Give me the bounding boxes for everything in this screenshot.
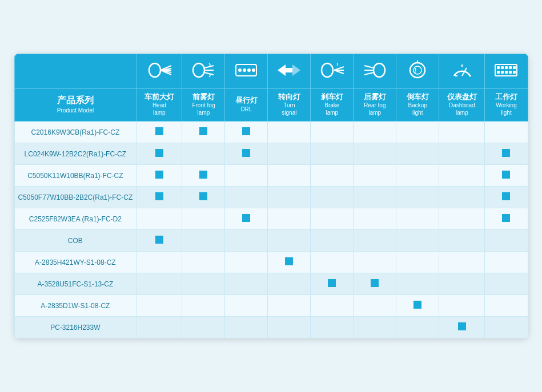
drl-zh: 昼行灯 — [227, 96, 265, 106]
brake-text-header: 刹车灯 Brake lamp — [311, 88, 354, 122]
drl-cell — [225, 230, 268, 252]
rearfog-cell — [354, 273, 396, 295]
backup-cell — [396, 295, 439, 317]
foglight-zh: 前雾灯 — [184, 92, 222, 102]
work-cell — [485, 165, 528, 187]
rearfog-cell — [354, 208, 396, 230]
backup-cell — [396, 230, 439, 252]
feature-dot — [199, 171, 207, 179]
headlamp-icon — [147, 60, 172, 80]
svg-point-26 — [410, 63, 425, 78]
svg-text:!: ! — [415, 67, 416, 74]
foglight-icon-header — [182, 54, 225, 88]
icon-header-row: ! ! — [14, 54, 528, 88]
dashboard-icon — [449, 60, 475, 80]
work-cell — [485, 273, 528, 295]
feature-dot — [502, 149, 510, 157]
feature-dot — [502, 214, 510, 222]
brake-cell — [311, 208, 354, 230]
dashboard-en1: Dashboad — [441, 102, 482, 109]
svg-rect-44 — [513, 71, 516, 74]
turn-text-header: 转向灯 Turn signal — [268, 88, 311, 122]
feature-dot — [155, 171, 163, 179]
feature-dot — [458, 322, 466, 330]
work-cell — [485, 252, 528, 273]
svg-rect-40 — [497, 71, 500, 74]
svg-rect-38 — [509, 66, 512, 69]
turn-cell — [268, 187, 311, 208]
rearfog-zh: 后雾灯 — [356, 92, 394, 102]
rearfog-cell — [354, 143, 396, 165]
turn-cell — [268, 295, 311, 317]
table-row: C5050F77W10BB-2B2C(Ra1)-FC-CZ — [14, 187, 528, 208]
product-name-cell: A-3528U51FC-S1-13-CZ — [14, 273, 136, 295]
table-row: C5050K11W10BB(Ra1)-FC-CZ — [14, 165, 528, 187]
brake-lamp-icon-header: ! — [311, 54, 354, 88]
product-col-icon-header — [14, 54, 136, 88]
foglight-text-header: 前雾灯 Front fog lamp — [182, 88, 225, 122]
dash-cell — [439, 252, 485, 273]
drl-cell — [225, 122, 268, 143]
rearfog-cell — [354, 252, 396, 273]
head-cell — [136, 187, 182, 208]
rearfog-cell — [354, 295, 396, 317]
rearfog-icon-header — [354, 54, 396, 88]
dash-cell — [439, 208, 485, 230]
feature-dot — [155, 236, 163, 244]
svg-point-17 — [322, 63, 333, 77]
dash-cell — [439, 230, 485, 252]
svg-point-0 — [149, 63, 160, 77]
work-cell — [485, 208, 528, 230]
headlamp-en2: lamp — [139, 109, 179, 116]
feature-dot — [242, 127, 250, 135]
drl-en1: DRL — [227, 106, 265, 113]
brake-cell — [311, 122, 354, 143]
turn-en2: signal — [270, 109, 308, 116]
worklight-en1: Working — [487, 102, 525, 109]
backup-en1: Backup — [399, 102, 436, 109]
worklight-en2: light — [487, 109, 525, 116]
brake-cell — [311, 273, 354, 295]
product-name-cell: A-2835D1W-S1-08-CZ — [14, 295, 136, 317]
dash-cell — [439, 295, 485, 317]
feature-dot — [155, 192, 163, 200]
brake-zh: 刹车灯 — [313, 92, 351, 102]
product-name-cell: PC-3216H233W — [14, 317, 136, 338]
svg-text:!: ! — [336, 62, 338, 67]
text-header-row: 产品系列 Product Model 车前大灯 Head lamp 前雾灯 Fr… — [14, 88, 528, 122]
foglight-icon — [191, 60, 216, 80]
foglight-en2: lamp — [184, 109, 222, 116]
head-cell — [136, 295, 182, 317]
svg-rect-41 — [501, 71, 504, 74]
brake-cell — [311, 143, 354, 165]
backup-cell — [396, 252, 439, 273]
table-body: C2016K9W3CB(Ra1)-FC-CZLC024K9W-12B2C2(Ra… — [14, 122, 528, 338]
brake-lamp-icon: ! — [319, 60, 344, 80]
head-cell — [136, 230, 182, 252]
fog-cell — [182, 273, 225, 295]
turn-signal-icon — [276, 60, 302, 80]
svg-point-11 — [238, 68, 242, 72]
product-name-cell: C5050F77W10BB-2B2C(Ra1)-FC-CZ — [14, 187, 136, 208]
svg-point-12 — [243, 68, 246, 72]
main-table-wrapper: ! ! — [14, 54, 528, 339]
fog-cell — [182, 230, 225, 252]
dashboard-en2: lamp — [441, 109, 482, 116]
foglight-en1: Front fog — [184, 102, 222, 109]
fog-cell — [182, 252, 225, 273]
svg-line-23 — [364, 66, 374, 68]
svg-rect-35 — [497, 66, 500, 69]
brake-en1: Brake — [313, 102, 351, 109]
svg-rect-42 — [505, 71, 508, 74]
product-name-cell: C2016K9W3CB(Ra1)-FC-CZ — [14, 122, 136, 143]
fog-cell — [182, 143, 225, 165]
dash-cell — [439, 317, 485, 338]
turn-en1: Turn — [270, 102, 308, 109]
table-row: A-2835D1W-S1-08-CZ — [14, 295, 528, 317]
feature-dot — [285, 257, 293, 265]
product-name-cell: A-2835H421WY-S1-08-CZ — [14, 252, 136, 273]
fog-cell — [182, 317, 225, 338]
feature-dot — [199, 127, 207, 135]
backup-cell — [396, 187, 439, 208]
drl-cell — [225, 187, 268, 208]
